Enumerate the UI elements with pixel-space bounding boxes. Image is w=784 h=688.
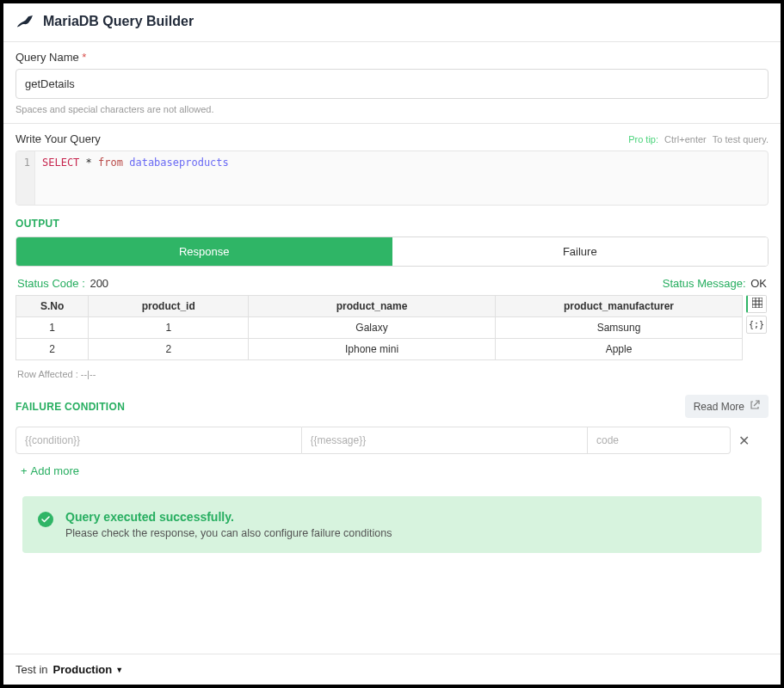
tab-failure[interactable]: Failure — [392, 237, 769, 266]
sql-editor[interactable]: 1 SELECT * from databaseproducts — [15, 150, 769, 206]
table-header-row: S.No product_id product_name product_man… — [16, 296, 743, 317]
condition-input[interactable] — [15, 427, 302, 454]
json-braces-icon: {;} — [749, 320, 764, 329]
cell: 2 — [16, 339, 89, 360]
query-name-helper: Spaces and special characters are not al… — [15, 104, 769, 114]
status-code-label: Status Code : — [17, 277, 85, 290]
rows-affected-text: Row Affected : --|-- — [17, 369, 769, 379]
banner-subtitle: Please check the response, you can also … — [65, 527, 392, 539]
message-input[interactable] — [302, 427, 589, 454]
page-title: MariaDB Query Builder — [43, 14, 194, 29]
tab-response[interactable]: Response — [16, 237, 392, 266]
cell: Apple — [496, 339, 743, 360]
token-star: * — [86, 157, 92, 169]
editor-body[interactable]: SELECT * from databaseproducts — [35, 151, 768, 205]
window-frame: MariaDB Query Builder Query Name * Space… — [0, 0, 784, 688]
mariadb-logo-icon — [15, 12, 34, 31]
col-product-name: product_name — [249, 296, 496, 317]
required-asterisk: * — [82, 51, 86, 64]
table-row[interactable]: 2 2 Iphone mini Apple — [16, 339, 743, 360]
close-icon: ✕ — [738, 433, 750, 448]
query-name-label: Query Name * — [15, 51, 769, 64]
query-name-input[interactable] — [15, 69, 769, 99]
success-banner: Query executed successfully. Please chec… — [22, 496, 762, 553]
banner-title: Query executed successfully. — [65, 510, 392, 524]
read-more-label: Read More — [694, 401, 744, 413]
plus-icon: + — [21, 464, 28, 477]
add-more-label: Add more — [31, 464, 79, 477]
output-section-label: OUTPUT — [15, 218, 769, 230]
header: MariaDB Query Builder — [3, 3, 781, 42]
editor-gutter: 1 — [16, 151, 35, 205]
col-sno: S.No — [16, 296, 89, 317]
status-code-value: 200 — [90, 277, 108, 290]
cell: Iphone mini — [249, 339, 496, 360]
failure-condition-row: ✕ — [15, 427, 769, 454]
cell: 2 — [89, 339, 249, 360]
read-more-button[interactable]: Read More — [685, 395, 769, 418]
output-tabs: Response Failure — [15, 236, 769, 267]
remove-condition-button[interactable]: ✕ — [731, 433, 756, 449]
query-name-label-text: Query Name — [15, 51, 79, 64]
failure-condition-label: FAILURE CONDITION — [15, 401, 125, 413]
svg-rect-0 — [752, 298, 762, 308]
pro-tip: Pro tip: Ctrl+enter To test query. — [628, 134, 769, 144]
query-editor-label: Write Your Query — [15, 132, 101, 145]
status-row: Status Code : 200 Status Message: OK — [17, 277, 767, 290]
environment-value: Production — [53, 663, 113, 676]
token-from: from — [98, 157, 123, 169]
external-link-icon — [750, 400, 760, 413]
caret-down-icon: ▼ — [115, 666, 123, 674]
col-product-id: product_id — [89, 296, 249, 317]
pro-tip-key: Ctrl+enter — [664, 134, 707, 144]
check-circle-icon — [38, 512, 53, 527]
col-product-manufacturer: product_manufacturer — [496, 296, 743, 317]
pro-tip-label: Pro tip: — [628, 134, 658, 144]
cell: Samsung — [496, 317, 743, 339]
view-toggle-group: {;} — [746, 295, 769, 360]
cell: 1 — [89, 317, 249, 339]
status-message-label: Status Message: — [663, 277, 746, 290]
result-table: S.No product_id product_name product_man… — [15, 295, 743, 360]
add-more-button[interactable]: + Add more — [21, 464, 769, 477]
status-message-value: OK — [750, 277, 767, 290]
content-area: Query Name * Spaces and special characte… — [3, 42, 781, 654]
table-view-toggle[interactable] — [746, 295, 767, 313]
cell: Galaxy — [249, 317, 496, 339]
result-table-wrap: S.No product_id product_name product_man… — [15, 295, 769, 360]
table-grid-icon — [752, 298, 762, 310]
json-view-toggle[interactable]: {;} — [746, 316, 767, 334]
token-select: SELECT — [42, 157, 79, 169]
footer-test-in-label: Test in — [15, 663, 48, 676]
footer: Test in Production ▼ — [3, 654, 781, 685]
environment-dropdown[interactable]: Production ▼ — [53, 663, 124, 676]
line-number: 1 — [16, 157, 30, 169]
table-row[interactable]: 1 1 Galaxy Samsung — [16, 317, 743, 339]
cell: 1 — [16, 317, 89, 339]
code-input[interactable] — [588, 427, 731, 454]
pro-tip-suffix: To test query. — [713, 134, 769, 144]
divider — [3, 123, 781, 124]
token-identifier: databaseproducts — [129, 157, 229, 169]
